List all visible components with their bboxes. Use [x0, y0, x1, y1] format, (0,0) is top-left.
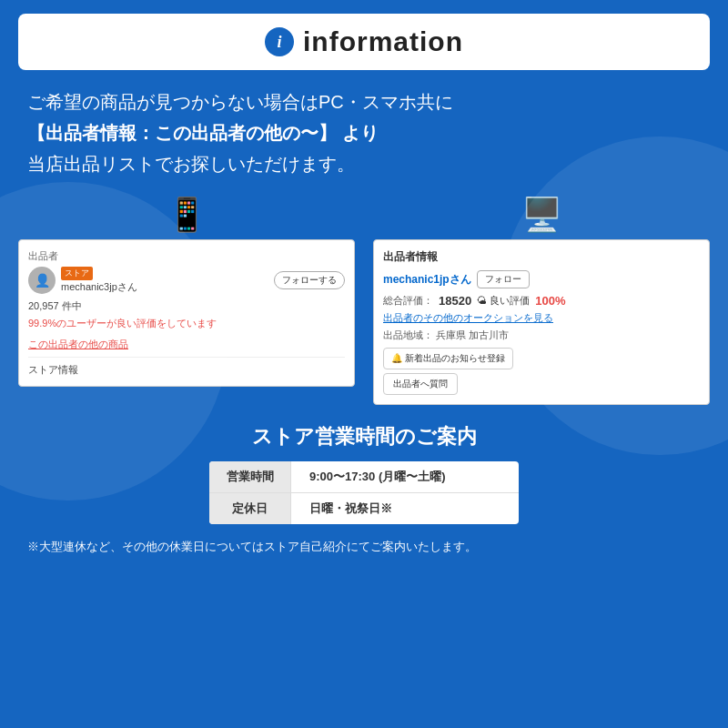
pc-rating-num: 18520	[439, 294, 471, 308]
pc-follow-button[interactable]: フォロー	[477, 270, 530, 288]
pc-icon: 🖥️	[521, 196, 562, 234]
pc-seller-row: mechanic1jpさん フォロー	[383, 270, 700, 288]
pc-good-pct: 100%	[535, 294, 565, 308]
pc-good-label: 🌤 良い評価	[477, 294, 530, 308]
mobile-section-label: 出品者	[28, 249, 345, 263]
hours-table: 営業時間 9:00〜17:30 (月曜〜土曜) 定休日 日曜・祝祭日※	[209, 461, 519, 524]
hours-section: ストア営業時間のご案内 営業時間 9:00〜17:30 (月曜〜土曜) 定休日 …	[18, 423, 710, 555]
hours-value-1: 日曜・祝祭日※	[291, 493, 519, 524]
hours-label-1: 定休日	[209, 493, 291, 524]
description-line1: ご希望の商品が見つからない場合はPC・スマホ共に	[27, 86, 701, 117]
pc-seller-name: mechanic1jpさん	[383, 272, 471, 288]
description-line2: 【出品者情報：この出品者の他の〜】 より	[27, 117, 701, 148]
header-title: information	[303, 26, 463, 57]
description-block: ご希望の商品が見つからない場合はPC・スマホ共に 【出品者情報：この出品者の他の…	[18, 86, 710, 179]
main-container: i information ご希望の商品が見つからない場合はPC・スマホ共に 【…	[0, 0, 728, 728]
header-banner: i information	[18, 14, 710, 70]
info-icon: i	[265, 27, 294, 56]
pc-screenshot: 出品者情報 mechanic1jpさん フォロー 総合評価： 18520 🌤 良…	[373, 239, 710, 405]
mobile-icon: 📱	[167, 196, 207, 234]
mobile-positive-rate: 99.9%のユーザーが良い評価をしています	[28, 317, 345, 330]
other-items-link[interactable]: この出品者の他の商品	[28, 338, 345, 351]
pc-location: 出品地域： 兵庫県 加古川市	[383, 329, 700, 342]
pc-rating-label: 総合評価：	[383, 294, 433, 308]
mobile-store-info: ストア情報	[28, 357, 345, 377]
hours-row-0: 営業時間 9:00〜17:30 (月曜〜土曜)	[209, 461, 519, 493]
mobile-avatar: 👤	[28, 267, 56, 294]
pc-auction-link[interactable]: 出品者のその他のオークションを見る	[383, 311, 700, 325]
mobile-screenshot: 出品者 👤 ストア mechanic3jpさん フォローする 20,957 件中…	[18, 239, 355, 387]
pc-notify-button[interactable]: 🔔 新着出品のお知らせ登録	[383, 348, 513, 369]
hours-value-0: 9:00〜17:30 (月曜〜土曜)	[291, 461, 519, 492]
hours-notice: ※大型連休など、その他の休業日についてはストア自己紹介にてご案内いたします。	[18, 539, 710, 555]
description-line3: 当店出品リストでお探しいただけます。	[27, 148, 701, 179]
mobile-seller-info: ストア mechanic3jpさん	[61, 267, 137, 294]
mobile-stats: 20,957 件中	[28, 299, 345, 313]
description-highlight: 【出品者情報：この出品者の他の〜】 より	[27, 123, 379, 143]
pc-col: 🖥️ 出品者情報 mechanic1jpさん フォロー 総合評価： 18520 …	[373, 196, 710, 405]
pc-section-title: 出品者情報	[383, 249, 700, 265]
mobile-follow-button[interactable]: フォローする	[274, 271, 345, 289]
pc-rating-row: 総合評価： 18520 🌤 良い評価 100%	[383, 294, 700, 308]
store-badge: ストア	[61, 267, 93, 280]
hours-row-1: 定休日 日曜・祝祭日※	[209, 493, 519, 524]
screenshots-row: 📱 出品者 👤 ストア mechanic3jpさん フォローする 20,957 …	[18, 196, 710, 405]
mobile-seller-header: 👤 ストア mechanic3jpさん フォローする	[28, 267, 345, 294]
hours-title: ストア営業時間のご案内	[18, 423, 710, 450]
hours-label-0: 営業時間	[209, 461, 291, 492]
mobile-col: 📱 出品者 👤 ストア mechanic3jpさん フォローする 20,957 …	[18, 196, 355, 405]
pc-question-button[interactable]: 出品者へ質問	[383, 373, 458, 395]
mobile-seller-name: mechanic3jpさん	[61, 281, 137, 292]
